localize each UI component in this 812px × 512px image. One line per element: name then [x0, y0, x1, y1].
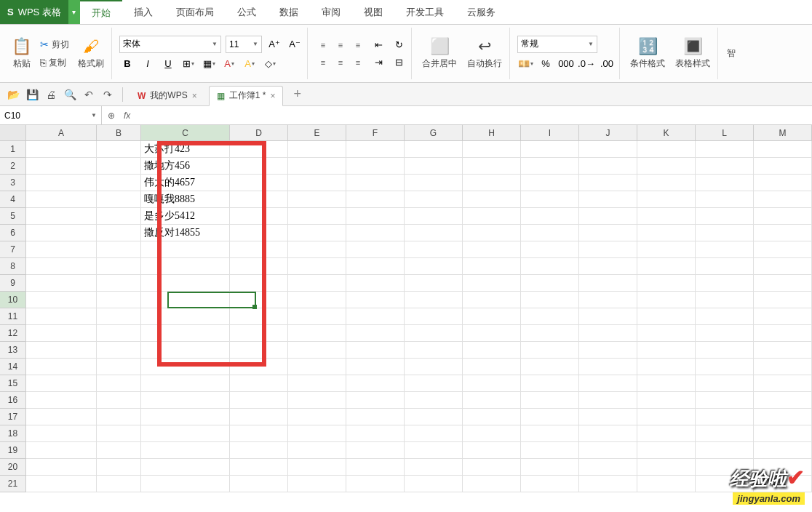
align-bottom-right[interactable]: ≡: [350, 55, 366, 71]
cell-D14[interactable]: [230, 359, 288, 375]
decrease-decimal-button[interactable]: .00: [599, 56, 615, 72]
cell-B16[interactable]: [97, 392, 141, 409]
row-header-10[interactable]: 10: [0, 292, 26, 308]
cell-H1[interactable]: [463, 141, 521, 158]
cell-D15[interactable]: [230, 375, 288, 392]
cell-M2[interactable]: [754, 158, 812, 175]
cell-B20[interactable]: [97, 459, 141, 476]
cell-K19[interactable]: [637, 442, 696, 459]
cell-M9[interactable]: [754, 275, 812, 292]
cell-K20[interactable]: [637, 459, 696, 476]
cell-L12[interactable]: [696, 325, 754, 342]
cell-M11[interactable]: [754, 308, 812, 325]
cell-K9[interactable]: [637, 275, 696, 292]
cell-E8[interactable]: [288, 258, 346, 275]
cell-I17[interactable]: [521, 409, 579, 425]
cell-K21[interactable]: [637, 476, 696, 492]
cell-I21[interactable]: [521, 476, 579, 492]
row-header-21[interactable]: 21: [0, 476, 26, 492]
cell-A15[interactable]: [26, 375, 97, 392]
cell-J17[interactable]: [579, 409, 637, 425]
menu-tab-review[interactable]: 审阅: [310, 0, 352, 24]
col-header-I[interactable]: I: [521, 125, 579, 140]
increase-font-button[interactable]: A⁺: [266, 36, 282, 52]
row-header-19[interactable]: 19: [0, 442, 26, 459]
cell-E9[interactable]: [288, 275, 346, 292]
table-style-button[interactable]: 🔳 表格样式: [672, 34, 713, 73]
cell-K12[interactable]: [637, 325, 696, 342]
cell-K8[interactable]: [637, 258, 696, 275]
cell-C9[interactable]: [141, 275, 230, 292]
cell-G7[interactable]: [405, 241, 463, 258]
cell-F21[interactable]: [346, 476, 405, 492]
cell-A16[interactable]: [26, 392, 97, 409]
cell-L2[interactable]: [696, 158, 754, 175]
row-header-9[interactable]: 9: [0, 275, 26, 292]
row-header-13[interactable]: 13: [0, 342, 26, 359]
cell-C6[interactable]: 撒反对14855: [141, 225, 230, 241]
cell-K3[interactable]: [637, 175, 696, 191]
menu-tab-devtools[interactable]: 开发工具: [394, 0, 455, 24]
cell-L19[interactable]: [696, 442, 754, 459]
col-header-L[interactable]: L: [696, 125, 754, 140]
merge-button[interactable]: ⊟: [391, 55, 407, 71]
cell-I19[interactable]: [521, 442, 579, 459]
cell-D5[interactable]: [230, 208, 288, 225]
row-header-11[interactable]: 11: [0, 308, 26, 325]
col-header-C[interactable]: C: [141, 125, 230, 140]
cell-D1[interactable]: [230, 141, 288, 158]
cell-L3[interactable]: [696, 175, 754, 191]
cell-L10[interactable]: [696, 292, 754, 308]
cell-I4[interactable]: [521, 191, 579, 208]
preview-icon[interactable]: 🔍: [63, 87, 77, 102]
cell-L1[interactable]: [696, 141, 754, 158]
cell-A12[interactable]: [26, 325, 97, 342]
row-header-8[interactable]: 8: [0, 258, 26, 275]
insert-fn-icon[interactable]: ⊕: [108, 111, 115, 121]
cell-J4[interactable]: [579, 191, 637, 208]
font-name-select[interactable]: 宋体▼: [119, 36, 221, 53]
cell-D2[interactable]: [230, 158, 288, 175]
cell-L11[interactable]: [696, 308, 754, 325]
cell-L6[interactable]: [696, 225, 754, 241]
cell-L8[interactable]: [696, 258, 754, 275]
cell-H18[interactable]: [463, 425, 521, 442]
cell-F15[interactable]: [346, 375, 405, 392]
cell-H10[interactable]: [463, 292, 521, 308]
cell-C15[interactable]: [141, 375, 230, 392]
underline-button[interactable]: U: [160, 56, 176, 72]
cell-H9[interactable]: [463, 275, 521, 292]
cell-D8[interactable]: [230, 258, 288, 275]
cell-L13[interactable]: [696, 342, 754, 359]
cell-B12[interactable]: [97, 325, 141, 342]
close-icon[interactable]: ×: [270, 91, 275, 101]
cell-K1[interactable]: [637, 141, 696, 158]
cell-B13[interactable]: [97, 342, 141, 359]
cell-J6[interactable]: [579, 225, 637, 241]
cell-I8[interactable]: [521, 258, 579, 275]
cell-F7[interactable]: [346, 241, 405, 258]
cell-B1[interactable]: [97, 141, 141, 158]
cell-E5[interactable]: [288, 208, 346, 225]
cell-D10[interactable]: [230, 292, 288, 308]
cell-B10[interactable]: [97, 292, 141, 308]
cell-C10[interactable]: [141, 292, 230, 308]
cell-L4[interactable]: [696, 191, 754, 208]
cell-E3[interactable]: [288, 175, 346, 191]
cell-L17[interactable]: [696, 409, 754, 425]
cell-F8[interactable]: [346, 258, 405, 275]
fx-icon[interactable]: fx: [124, 111, 130, 121]
cell-K4[interactable]: [637, 191, 696, 208]
cell-F6[interactable]: [346, 225, 405, 241]
cut-button[interactable]: ✂剪切: [39, 37, 71, 52]
cell-H6[interactable]: [463, 225, 521, 241]
cell-A7[interactable]: [26, 241, 97, 258]
row-header-6[interactable]: 6: [0, 225, 26, 241]
cell-G20[interactable]: [405, 459, 463, 476]
cell-H4[interactable]: [463, 191, 521, 208]
cell-K11[interactable]: [637, 308, 696, 325]
cell-M1[interactable]: [754, 141, 812, 158]
cell-H7[interactable]: [463, 241, 521, 258]
cell-E17[interactable]: [288, 409, 346, 425]
increase-indent-button[interactable]: ⇥: [370, 55, 386, 71]
